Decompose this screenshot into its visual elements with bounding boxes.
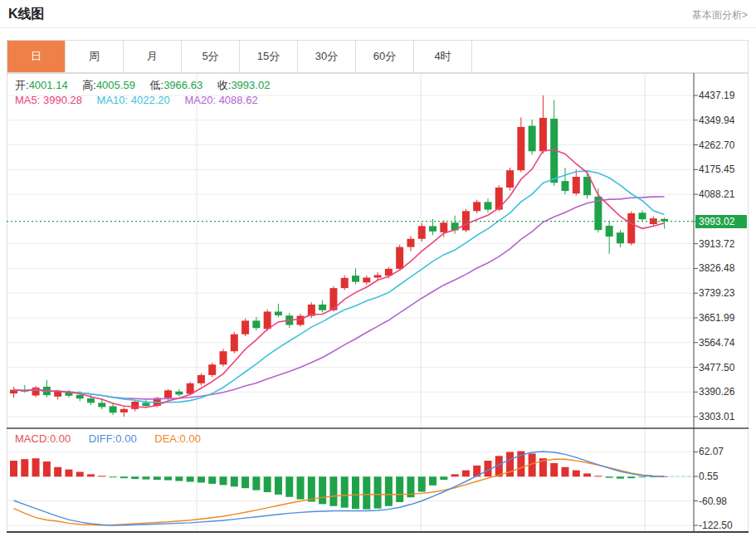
low-value: 3966.63 bbox=[163, 79, 202, 91]
ohlc-info-row: 开:4001.14 高:4005.59 低:3966.63 收:3993.02 bbox=[15, 78, 281, 93]
price-axis-label: 3651.99 bbox=[699, 312, 734, 324]
macd-value: MACD:0.00 bbox=[15, 432, 71, 445]
tab-5min[interactable]: 5分 bbox=[182, 41, 240, 72]
kline-page: K线图 基本面分析> 日 周 月 5分 15分 30分 60分 4时 开:400… bbox=[0, 0, 756, 537]
high-label: 高: bbox=[82, 79, 96, 91]
open-label: 开: bbox=[15, 79, 29, 91]
price-axis-label: 4349.94 bbox=[699, 115, 734, 126]
ma10-value: 4022.20 bbox=[131, 94, 170, 106]
ma-info-row: MA5: 3990.28 MA10: 4022.20 MA20: 4088.62 bbox=[15, 94, 270, 106]
price-axis-label: 4437.19 bbox=[699, 90, 734, 101]
price-axis-label: 4088.21 bbox=[699, 188, 734, 200]
tabbar-filler bbox=[472, 41, 748, 72]
close-value: 3993.02 bbox=[231, 79, 270, 91]
tab-week[interactable]: 周 bbox=[66, 41, 124, 72]
page-title: K线图 bbox=[8, 6, 45, 23]
price-axis-label: 3564.74 bbox=[699, 337, 734, 349]
price-axis-label: 4175.45 bbox=[699, 164, 734, 175]
price-axis-label: 3913.72 bbox=[699, 238, 734, 250]
period-tabbar: 日 周 月 5分 15分 30分 60分 4时 bbox=[7, 40, 749, 73]
tab-60min[interactable]: 60分 bbox=[356, 41, 414, 72]
close-label: 收: bbox=[217, 79, 232, 91]
macd-axis-label: 0.55 bbox=[699, 471, 718, 482]
chart-container bbox=[7, 73, 749, 533]
fundamental-analysis-link[interactable]: 基本面分析> bbox=[692, 8, 748, 22]
macd-axis-label: 62.07 bbox=[699, 446, 724, 457]
dea-value: DEA:0.00 bbox=[154, 432, 201, 445]
macd-header-row: MACD:0.00 DIFF:0.00 DEA:0.00 bbox=[15, 432, 216, 445]
tab-30min[interactable]: 30分 bbox=[298, 41, 356, 72]
high-value: 4005.59 bbox=[96, 79, 135, 91]
ma20-value: 4088.62 bbox=[219, 94, 258, 106]
tab-4hour[interactable]: 4时 bbox=[414, 41, 472, 72]
price-axis-label: 4262.70 bbox=[699, 139, 734, 151]
ma5-value: 3990.28 bbox=[43, 94, 82, 106]
price-axis-label: 3477.50 bbox=[699, 362, 734, 373]
price-axis-label: 3826.48 bbox=[699, 262, 734, 274]
open-value: 4001.14 bbox=[29, 79, 68, 91]
ma10-label: MA10: bbox=[97, 94, 129, 106]
tab-day[interactable]: 日 bbox=[7, 41, 66, 72]
tab-month[interactable]: 月 bbox=[124, 41, 182, 72]
macd-axis-label: -122.50 bbox=[699, 520, 733, 531]
diff-value: DIFF:0.00 bbox=[89, 432, 137, 445]
ma5-label: MA5: bbox=[15, 94, 40, 106]
macd-axis-label: -60.98 bbox=[699, 496, 727, 507]
low-label: 低: bbox=[150, 79, 164, 91]
price-axis-label: 3390.26 bbox=[699, 386, 734, 398]
title-divider bbox=[0, 27, 756, 28]
ma20-label: MA20: bbox=[184, 94, 216, 106]
current-price-tag: 3993.02 bbox=[695, 215, 747, 228]
tab-15min[interactable]: 15分 bbox=[240, 41, 298, 72]
price-axis-label: 3303.01 bbox=[699, 411, 734, 422]
price-axis-label: 3739.23 bbox=[699, 287, 734, 299]
